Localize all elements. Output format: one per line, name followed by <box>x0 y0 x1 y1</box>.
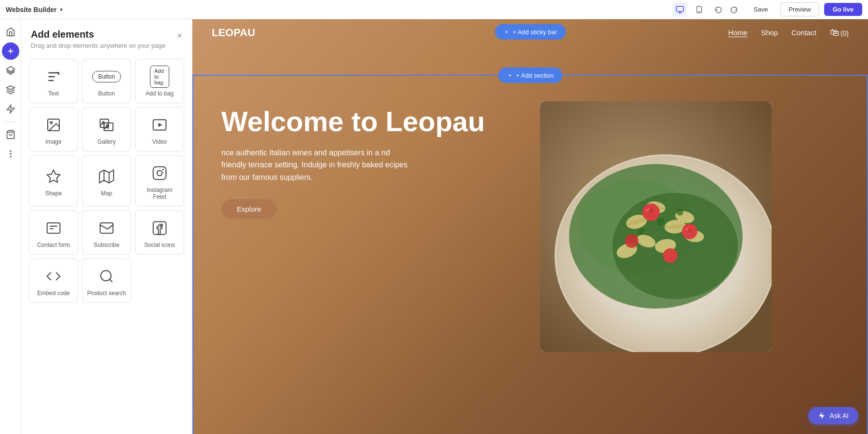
addtobag-element-icon: Add to bag <box>150 67 169 86</box>
element-item-subscribe[interactable]: Subscribe <box>82 210 131 255</box>
svg-point-58 <box>688 228 692 232</box>
element-item-productsearch[interactable]: Product search <box>82 258 131 303</box>
nav-contact[interactable]: Contact <box>791 28 816 37</box>
svg-point-61 <box>677 209 683 216</box>
hero-explore-button[interactable]: Explore <box>221 199 277 219</box>
image-element-icon <box>44 115 63 135</box>
gallery-element-label: Gallery <box>97 138 116 145</box>
undo-redo-group <box>711 2 741 17</box>
cart-icon[interactable]: 🛍(0) <box>830 27 849 38</box>
rail-more-icon[interactable] <box>2 145 19 163</box>
hero-description: nce authentic Italian wines and appetise… <box>221 147 414 184</box>
video-element-label: Video <box>152 138 167 145</box>
element-item-instagram[interactable]: Instagram Feed <box>135 155 184 206</box>
map-element-icon <box>97 167 116 186</box>
shape-element-label: Shape <box>45 190 62 197</box>
add-elements-button[interactable] <box>2 42 19 60</box>
topbar-right: Save Preview Go live <box>673 2 862 17</box>
element-item-embed[interactable]: Embed code <box>29 258 78 303</box>
brand-chevron-icon: ▾ <box>60 6 63 13</box>
addtobag-element-label: Add to bag <box>146 90 174 97</box>
social-element-icon <box>150 218 169 238</box>
svg-point-25 <box>163 169 163 170</box>
svg-point-9 <box>10 153 11 154</box>
nav-shop[interactable]: Shop <box>761 28 778 37</box>
svg-rect-26 <box>47 223 60 233</box>
redo-button[interactable] <box>727 2 741 17</box>
rail-divider <box>5 122 16 122</box>
rail-logo-icon[interactable] <box>2 23 19 41</box>
hero-title: Welcome to Leopau <box>221 106 520 137</box>
gallery-element-icon <box>97 115 116 135</box>
shape-element-icon <box>44 167 63 186</box>
main-area: Add elements Drag and drop elements anyw… <box>0 19 868 434</box>
desktop-view-button[interactable] <box>673 2 687 17</box>
save-button[interactable]: Save <box>746 3 776 16</box>
button-element-icon: Button <box>97 67 116 86</box>
add-sticky-bar-label: + Add sticky bar <box>513 28 557 36</box>
cart-count: (0) <box>841 29 849 37</box>
element-item-contactform[interactable]: Contact form <box>29 210 78 255</box>
subscribe-element-icon <box>97 218 116 238</box>
rail-layers-icon[interactable] <box>2 62 19 79</box>
svg-point-60 <box>657 218 665 226</box>
svg-marker-64 <box>819 412 825 419</box>
element-item-shape[interactable]: Shape <box>29 155 78 206</box>
svg-point-24 <box>157 171 163 176</box>
elements-grid: Text Button Button Add to bag Add to bag <box>21 53 192 312</box>
svg-rect-23 <box>153 167 166 180</box>
svg-point-57 <box>625 234 638 248</box>
svg-rect-30 <box>153 222 166 235</box>
golive-button[interactable]: Go live <box>824 3 862 16</box>
add-section-icon: ＋ <box>507 71 513 80</box>
productsearch-element-icon <box>97 267 116 286</box>
panel-close-button[interactable]: × <box>177 31 182 41</box>
social-element-label: Social icons <box>144 242 175 248</box>
subscribe-element-label: Subscribe <box>94 242 119 248</box>
text-element-label: Text <box>48 90 59 97</box>
svg-point-62 <box>638 228 645 235</box>
topbar-left: Website Builder ▾ <box>6 6 63 14</box>
svg-point-16 <box>107 125 108 126</box>
element-item-text[interactable]: Text <box>29 59 78 103</box>
mobile-view-button[interactable] <box>692 2 706 17</box>
image-element-label: Image <box>45 138 61 145</box>
element-item-button[interactable]: Button Button <box>82 59 131 103</box>
add-sticky-bar-button[interactable]: ＋ + Add sticky bar <box>495 24 566 40</box>
rail-shop-icon[interactable] <box>2 126 19 143</box>
productsearch-element-label: Product search <box>87 290 126 297</box>
element-item-social[interactable]: Social icons <box>135 210 184 255</box>
element-item-map[interactable]: Map <box>82 155 131 206</box>
embed-element-icon <box>44 267 63 286</box>
nav-home[interactable]: Home <box>728 28 747 37</box>
site-logo: LEOPAU <box>212 27 255 39</box>
svg-marker-18 <box>158 123 162 127</box>
svg-point-56 <box>663 248 678 263</box>
rail-ai-icon[interactable] <box>2 100 19 118</box>
panel-header-text: Add elements Drag and drop elements anyw… <box>31 29 165 49</box>
map-element-label: Map <box>101 190 112 197</box>
food-svg <box>540 101 772 352</box>
rail-design-icon[interactable] <box>2 81 19 98</box>
food-image <box>540 101 772 352</box>
svg-point-12 <box>50 122 52 123</box>
canvas-area: ＋ + Add sticky bar LEOPAU Home Shop Cont… <box>192 19 868 434</box>
instagram-element-label: Instagram Feed <box>139 187 180 200</box>
undo-button[interactable] <box>711 2 726 17</box>
element-item-gallery[interactable]: Gallery <box>82 107 131 151</box>
ask-ai-button[interactable]: Ask AI <box>808 407 858 424</box>
embed-element-label: Embed code <box>37 290 69 297</box>
topbar: Website Builder ▾ Save Preview Go live <box>0 0 868 19</box>
panel-title: Add elements <box>31 29 165 40</box>
element-item-image[interactable]: Image <box>29 107 78 151</box>
text-element-icon <box>44 67 63 86</box>
svg-point-59 <box>649 208 653 213</box>
preview-button[interactable]: Preview <box>780 2 819 16</box>
button-element-label: Button <box>98 90 115 97</box>
ask-ai-label: Ask AI <box>829 412 849 420</box>
add-section-button[interactable]: ＋ + Add section <box>498 68 562 83</box>
element-item-addtobag[interactable]: Add to bag Add to bag <box>135 59 184 103</box>
hero-content: Welcome to Leopau nce authentic Italian … <box>221 106 520 219</box>
contactform-element-icon <box>44 218 63 238</box>
element-item-video[interactable]: Video <box>135 107 184 151</box>
